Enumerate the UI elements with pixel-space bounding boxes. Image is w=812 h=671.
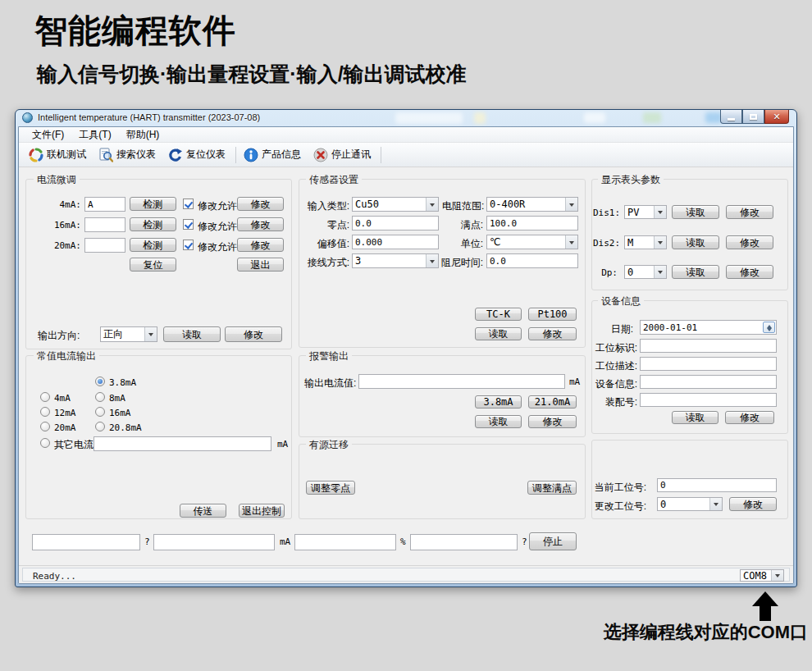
alarm-3-8ma-button[interactable]: 3.8mA [475,395,522,409]
trim-4ma-input[interactable]: A [84,197,125,212]
alarm-read-button[interactable]: 读取 [475,415,522,428]
device-modify-button[interactable]: 修改 [725,411,774,424]
adjust-full-button[interactable]: 调整满点 [527,481,577,495]
output-direction-select[interactable]: 正向 [100,326,157,342]
station-modify-button[interactable]: 修改 [729,497,777,511]
zero-input[interactable]: 0.0 [352,216,439,231]
radio-12ma[interactable] [40,407,50,417]
device-read-button[interactable]: 读取 [672,411,718,424]
window-titlebar[interactable]: Intelligent temperature (HART) transmitt… [18,110,794,126]
direction-read-button[interactable]: 读取 [163,326,221,342]
device-desc-input[interactable] [640,375,777,389]
dp-modify-button[interactable]: 修改 [726,265,773,279]
radio-other-current[interactable] [40,438,50,448]
change-station-select[interactable]: 0 [657,497,723,511]
station-desc-input[interactable] [640,357,777,371]
tck-button[interactable]: TC-K [475,308,522,321]
modify-allow-checkbox[interactable] [183,240,194,250]
reset-arrow-icon [168,148,183,162]
maximize-button[interactable] [742,110,764,124]
stop-comm-label: 停止通讯 [331,148,371,162]
stop-button[interactable]: 停止 [529,532,577,550]
date-input[interactable]: 2000-01-01 [640,320,777,335]
offset-input[interactable]: 0.000 [352,235,439,249]
trim-20ma-label: 20mA: [32,240,81,251]
menu-tools[interactable]: 工具(T) [72,127,117,143]
dis1-select[interactable]: PV [624,205,667,219]
online-test-label: 联机测试 [47,148,86,162]
adjust-zero-button[interactable]: 调整零点 [306,481,355,495]
com-port-select[interactable]: COM8 [740,569,784,582]
modify-allow-checkbox[interactable] [183,199,194,209]
reset-instrument-button[interactable]: 复位仪表 [163,146,233,164]
dp-read-button[interactable]: 读取 [672,265,719,279]
detect-button[interactable]: 检测 [130,238,176,252]
input-type-select[interactable]: Cu50 [352,197,439,212]
online-test-button[interactable]: 联机测试 [24,146,94,164]
alarm-current-input[interactable] [358,374,565,389]
reset-button[interactable]: 复位 [130,258,176,272]
product-info-button[interactable]: 产品信息 [239,146,308,164]
menu-bar: 文件(F) 工具(T) 帮助(H) [19,127,793,143]
monitor-field-4[interactable] [410,534,518,550]
exit-button[interactable]: 退出 [237,258,284,272]
radio-20ma[interactable] [40,422,50,431]
trim-20ma-input[interactable] [84,238,125,253]
radio-8ma[interactable] [95,392,105,402]
alarm-modify-button[interactable]: 修改 [528,415,577,428]
page-title: 智能编程软件 [34,8,236,53]
resistance-range-select[interactable]: 0-400R [486,197,578,212]
dis1-read-button[interactable]: 读取 [672,205,719,219]
radio-3-8ma[interactable] [95,377,105,386]
dropdown-arrow-icon [565,198,577,211]
exit-control-button[interactable]: 退出控制 [239,504,285,518]
station-tag-input[interactable] [640,339,777,353]
pt100-button[interactable]: Pt100 [528,308,577,321]
client-area: 电流微调 4mA: A 检测 修改允许 修改 16mA: 检测 修改允许 修改 … [19,167,793,565]
full-input[interactable]: 100.0 [486,216,578,231]
constant-current-title: 常值电流输出 [34,349,99,363]
sync-arrows-icon [29,148,43,162]
dis1-modify-button[interactable]: 修改 [726,205,773,219]
radio-other-current-label: 其它电流 [54,438,94,452]
sensor-read-button[interactable]: 读取 [475,327,522,340]
dis2-read-button[interactable]: 读取 [672,235,719,249]
minimize-button[interactable] [720,110,742,124]
trim-16ma-input[interactable] [84,217,125,232]
dis2-label: Dis2: [593,238,618,249]
modify-allow-checkbox[interactable] [183,219,194,230]
send-button[interactable]: 传送 [180,504,226,518]
dp-select[interactable]: 0 [624,265,667,279]
stop-comm-button[interactable]: 停止通讯 [308,146,378,164]
monitor-unit-3: % [400,536,406,547]
monitor-field-1[interactable] [32,534,140,550]
other-current-input[interactable] [94,436,271,451]
radio-16ma[interactable] [95,407,105,417]
unit-select[interactable]: ℃ [486,235,578,249]
date-spinner[interactable] [763,322,775,333]
wiring-select[interactable]: 3 [352,253,439,268]
menu-file[interactable]: 文件(F) [25,127,71,143]
dis2-modify-button[interactable]: 修改 [726,235,773,249]
monitor-field-2[interactable] [153,534,275,550]
search-instrument-button[interactable]: 搜索仪表 [94,146,163,164]
radio-20-8ma[interactable] [95,422,105,431]
detect-button[interactable]: 检测 [130,217,176,231]
display-params-title: 显示表头参数 [598,173,664,187]
page-subtitle: 输入信号切换·输出量程设置·输入/输出调试校准 [37,61,467,88]
close-button[interactable]: ✕ [764,110,789,124]
monitor-field-3[interactable] [294,534,396,550]
radio-4ma[interactable] [40,392,50,402]
direction-modify-button[interactable]: 修改 [225,326,282,342]
current-station-input[interactable]: 0 [657,478,777,492]
alarm-21ma-button[interactable]: 21.0mA [528,395,577,409]
assembly-no-input[interactable] [640,393,777,407]
modify-button[interactable]: 修改 [237,238,284,252]
menu-help[interactable]: 帮助(H) [120,127,167,143]
damping-input[interactable]: 0.0 [486,253,578,268]
sensor-modify-button[interactable]: 修改 [528,327,577,340]
modify-button[interactable]: 修改 [237,197,284,211]
detect-button[interactable]: 检测 [130,197,176,211]
modify-button[interactable]: 修改 [237,217,284,231]
dis2-select[interactable]: M [624,235,667,249]
